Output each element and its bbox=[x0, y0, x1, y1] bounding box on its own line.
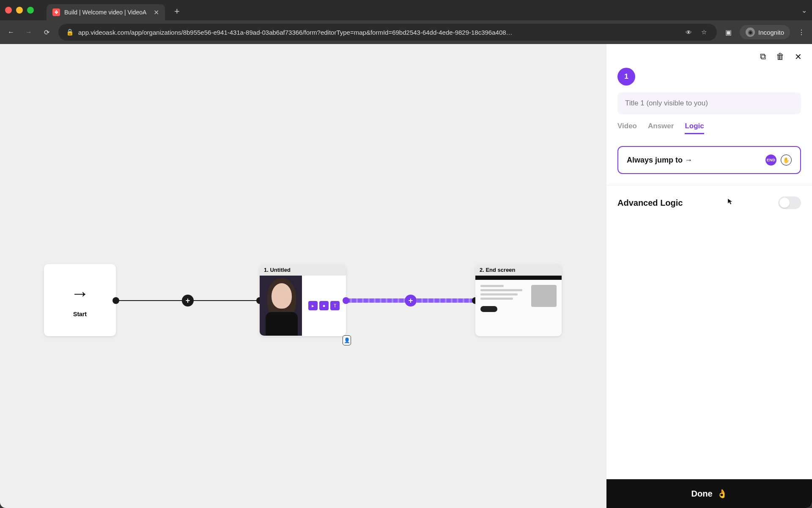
nav-forward-button[interactable]: → bbox=[23, 28, 35, 36]
app-viewport: → Start + 1. Untitled ▸ ● T bbox=[0, 44, 812, 508]
incognito-icon: ◉ bbox=[746, 28, 755, 37]
end-screen-preview bbox=[475, 276, 562, 336]
extensions-icon[interactable]: ▣ bbox=[723, 28, 734, 36]
add-step-button[interactable]: + bbox=[405, 295, 417, 306]
incognito-label: Incognito bbox=[758, 29, 784, 36]
window-close-button[interactable] bbox=[5, 7, 12, 14]
jump-rule[interactable]: Always jump to → END ✋ bbox=[617, 146, 801, 174]
tab-favicon-icon: ❖ bbox=[52, 8, 60, 16]
jump-target-end-chip[interactable]: END bbox=[765, 155, 776, 166]
address-bar[interactable]: 🔒 app.videoask.com/app/organizations/8b9… bbox=[58, 24, 717, 41]
tab-video[interactable]: Video bbox=[617, 122, 637, 134]
done-label: Done bbox=[691, 489, 713, 499]
connector-endpoint[interactable] bbox=[112, 297, 119, 304]
toggle-knob bbox=[779, 198, 790, 208]
start-arrow-icon: → bbox=[71, 283, 89, 304]
advanced-logic-row: Advanced Logic bbox=[606, 190, 812, 215]
answer-text-icon[interactable]: T bbox=[330, 301, 340, 310]
advanced-logic-toggle[interactable] bbox=[778, 196, 801, 209]
start-label: Start bbox=[73, 311, 87, 318]
titlebar: ❖ Build | Welcome video | VideoA ✕ + ⌄ bbox=[0, 0, 812, 20]
divider bbox=[606, 185, 812, 185]
window-controls bbox=[5, 7, 34, 14]
step-node-1[interactable]: 1. Untitled ▸ ● T bbox=[260, 264, 346, 336]
advanced-logic-label: Advanced Logic bbox=[617, 198, 683, 208]
answer-types: ▸ ● T bbox=[302, 276, 346, 336]
answer-audio-icon[interactable]: ● bbox=[319, 301, 329, 310]
end-image-placeholder bbox=[531, 285, 557, 307]
video-thumbnail[interactable] bbox=[260, 276, 302, 336]
nav-back-button[interactable]: ← bbox=[5, 28, 17, 36]
tabs-dropdown-icon[interactable]: ⌄ bbox=[801, 6, 807, 14]
done-button[interactable]: Done 👌 bbox=[606, 479, 812, 508]
url-text: app.videoask.com/app/organizations/8b955… bbox=[78, 29, 679, 36]
delete-icon[interactable]: 🗑 bbox=[776, 52, 785, 62]
responses-badge-icon[interactable]: 👤 bbox=[343, 335, 351, 345]
window-maximize-button[interactable] bbox=[27, 7, 34, 14]
step-number-badge: 1 bbox=[617, 68, 635, 86]
editor-sidebar: ⧉ 🗑 ✕ 1 Video Answer Logic Always jump t… bbox=[606, 44, 812, 508]
start-node[interactable]: → Start bbox=[44, 264, 116, 336]
answer-video-icon[interactable]: ▸ bbox=[308, 301, 318, 310]
lock-icon: 🔒 bbox=[66, 28, 74, 36]
eye-off-icon[interactable]: 👁 bbox=[683, 29, 694, 36]
step-title: 1. Untitled bbox=[260, 264, 346, 276]
sidebar-tabs: Video Answer Logic bbox=[606, 122, 812, 140]
tab-logic[interactable]: Logic bbox=[685, 122, 704, 134]
browser-tab[interactable]: ❖ Build | Welcome video | VideoA ✕ bbox=[47, 4, 165, 20]
ok-hand-icon: 👌 bbox=[717, 489, 727, 499]
nav-reload-button[interactable]: ⟳ bbox=[41, 28, 52, 36]
browser-toolbar: ← → ⟳ 🔒 app.videoask.com/app/organizatio… bbox=[0, 20, 812, 44]
bookmark-star-icon[interactable]: ☆ bbox=[698, 28, 709, 36]
window-minimize-button[interactable] bbox=[16, 7, 23, 14]
jump-target-goodbye-icon[interactable]: ✋ bbox=[781, 155, 792, 166]
tab-close-icon[interactable]: ✕ bbox=[154, 8, 159, 17]
tab-answer[interactable]: Answer bbox=[648, 122, 674, 134]
step-title-input[interactable] bbox=[617, 92, 801, 114]
step-body: ▸ ● T bbox=[260, 276, 346, 336]
incognito-chip[interactable]: ◉ Incognito bbox=[740, 25, 790, 39]
add-step-button[interactable]: + bbox=[182, 295, 194, 306]
step-title: 2. End screen bbox=[475, 264, 562, 276]
connector-endpoint[interactable] bbox=[343, 297, 349, 304]
duplicate-icon[interactable]: ⧉ bbox=[760, 52, 766, 62]
flow-canvas[interactable]: → Start + 1. Untitled ▸ ● T bbox=[0, 44, 606, 508]
browser-menu-icon[interactable]: ⋮ bbox=[796, 28, 807, 36]
browser-chrome: ❖ Build | Welcome video | VideoA ✕ + ⌄ ←… bbox=[0, 0, 812, 44]
close-icon[interactable]: ✕ bbox=[795, 52, 802, 62]
tab-title: Build | Welcome video | VideoA bbox=[64, 9, 149, 16]
step-node-end[interactable]: 2. End screen bbox=[475, 264, 562, 336]
jump-rule-label: Always jump to → bbox=[627, 156, 761, 165]
new-tab-button[interactable]: + bbox=[174, 6, 180, 17]
sidebar-actions: ⧉ 🗑 ✕ bbox=[606, 44, 812, 66]
